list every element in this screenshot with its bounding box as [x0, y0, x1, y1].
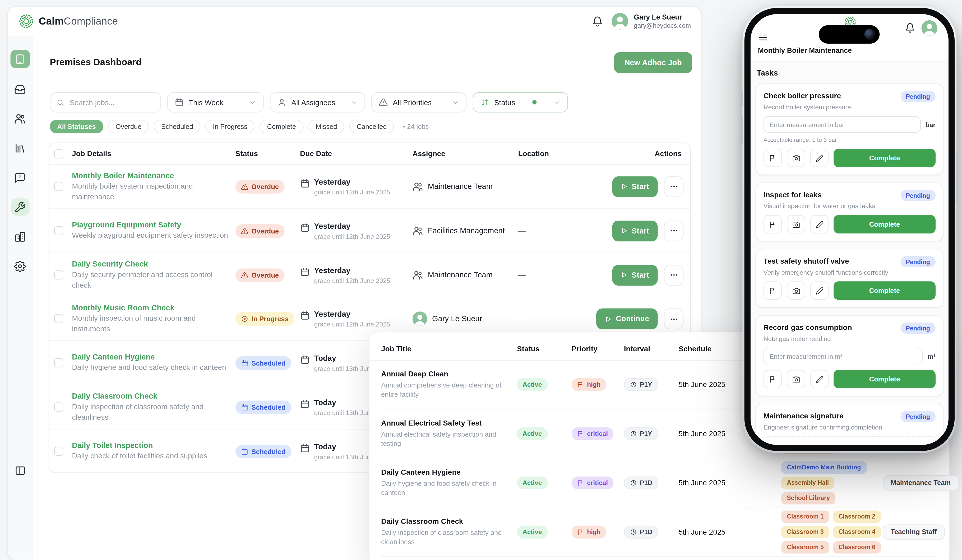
- location-tag[interactable]: Assembly Hall: [781, 476, 834, 489]
- status-tab-overdue[interactable]: Overdue: [108, 120, 149, 134]
- status-tab-scheduled[interactable]: Scheduled: [154, 120, 200, 134]
- job-title-link[interactable]: Daily Security Check: [72, 260, 231, 269]
- due-grace-note: grace until 12th June 2025: [314, 232, 391, 240]
- user-avatar[interactable]: [921, 20, 937, 36]
- job-title-link[interactable]: Daily Classroom Check: [72, 392, 231, 401]
- pencil-button[interactable]: [810, 149, 829, 167]
- row-checkbox[interactable]: [54, 314, 63, 323]
- flag-button[interactable]: [763, 215, 782, 233]
- measurement-input[interactable]: [763, 116, 921, 133]
- complete-task-button[interactable]: Complete: [834, 215, 936, 233]
- row-more-button[interactable]: [664, 264, 683, 285]
- job-description: Daily security perimeter and access cont…: [72, 269, 231, 290]
- user-menu[interactable]: Gary Le Sueur gary@heydocs.com: [612, 13, 691, 30]
- sidebar-item-organisation[interactable]: [11, 228, 29, 245]
- flag-button[interactable]: [763, 370, 782, 388]
- pencil-button[interactable]: [810, 370, 829, 388]
- camera-button[interactable]: [787, 281, 805, 300]
- active-badge: Active: [517, 476, 547, 489]
- pencil-button[interactable]: [810, 215, 829, 233]
- camera-button[interactable]: [787, 149, 805, 167]
- job-row: Playground Equipment SafetyWeekly playgr…: [49, 209, 690, 253]
- sidebar-item-issues[interactable]: [11, 169, 29, 186]
- flag-button[interactable]: [763, 149, 782, 167]
- panel-left-icon[interactable]: [15, 465, 26, 476]
- sidebar-item-library[interactable]: [11, 140, 29, 157]
- start-job-button[interactable]: Start: [612, 176, 657, 197]
- panel-job-title: Annual Electrical Safety Test: [381, 418, 510, 427]
- sidebar-item-jobs[interactable]: [11, 198, 29, 216]
- row-more-button[interactable]: [664, 176, 683, 197]
- calendar-icon: [241, 447, 249, 455]
- row-checkbox[interactable]: [54, 358, 63, 367]
- assignee-team-pill[interactable]: Maintenance Team: [883, 475, 959, 490]
- sidebar-item-people[interactable]: [11, 110, 29, 127]
- row-checkbox[interactable]: [54, 226, 63, 235]
- panel-locations-cell: Classroom 1Classroom 2Classroom 3Classro…: [781, 510, 891, 554]
- flag-icon: [769, 286, 777, 294]
- assignee-team-pill[interactable]: Teaching Staff: [883, 524, 945, 539]
- pencil-button[interactable]: [810, 281, 829, 300]
- panel-status-cell: Active: [517, 476, 547, 489]
- assignees-dropdown[interactable]: All Assignees: [270, 92, 365, 113]
- select-all-checkbox[interactable]: [54, 149, 63, 158]
- status-badge: Scheduled: [236, 444, 291, 458]
- location-tag[interactable]: Classroom 6: [833, 541, 881, 554]
- camera-button[interactable]: [787, 370, 805, 388]
- status-tab-complete[interactable]: Complete: [260, 120, 303, 134]
- job-title-link[interactable]: Daily Toilet Inspection: [72, 441, 231, 450]
- complete-task-button[interactable]: Complete: [834, 281, 936, 300]
- location-tag[interactable]: CalmDemo Main Building: [781, 461, 866, 474]
- sidebar-item-premises[interactable]: [10, 50, 30, 68]
- location-tag[interactable]: Classroom 2: [833, 510, 881, 523]
- panel-column-header-status: Status: [517, 339, 539, 360]
- job-title-link[interactable]: Playground Equipment Safety: [72, 220, 231, 229]
- due-date: Yesterday: [314, 310, 391, 319]
- sort-status-dropdown[interactable]: Status: [473, 92, 568, 113]
- status-tab-all-statuses[interactable]: All Statuses: [50, 120, 103, 134]
- row-checkbox[interactable]: [54, 182, 63, 191]
- panel-job-row: Daily Classroom CheckDaily inspection of…: [381, 507, 938, 557]
- notifications-bell-icon[interactable]: [905, 23, 915, 33]
- phone-action-button: [741, 91, 742, 107]
- location-tag[interactable]: Classroom 3: [781, 526, 829, 538]
- job-title-link[interactable]: Monthly Music Room Check: [72, 304, 231, 312]
- date-range-dropdown[interactable]: This Week: [167, 92, 264, 113]
- status-tab-missed[interactable]: Missed: [308, 120, 344, 134]
- sidebar-item-inbox[interactable]: [11, 80, 29, 98]
- search-input[interactable]: [68, 98, 154, 107]
- job-title-link[interactable]: Daily Canteen Hygiene: [72, 352, 231, 361]
- location-tag[interactable]: Classroom 4: [833, 526, 881, 538]
- phone-power-button: [956, 151, 958, 204]
- measurement-input[interactable]: [763, 348, 923, 364]
- start-job-button[interactable]: Start: [612, 220, 657, 241]
- camera-button[interactable]: [787, 215, 805, 233]
- row-more-button[interactable]: [664, 309, 683, 329]
- complete-task-button[interactable]: Complete: [834, 370, 936, 388]
- row-checkbox[interactable]: [54, 270, 63, 279]
- panel-priority-cell: high: [571, 525, 606, 538]
- priorities-dropdown[interactable]: All Priorities: [371, 92, 467, 113]
- status-tab-cancelled[interactable]: Cancelled: [349, 120, 394, 134]
- location-tag[interactable]: Classroom 1: [781, 510, 829, 523]
- row-checkbox[interactable]: [54, 402, 63, 411]
- new-adhoc-job-button[interactable]: New Adhoc Job: [614, 52, 692, 73]
- notifications-bell-icon[interactable]: [592, 16, 603, 27]
- complete-task-button[interactable]: Complete: [834, 149, 936, 167]
- sidebar-item-settings[interactable]: [11, 257, 29, 275]
- date-range-value: This Week: [189, 98, 223, 107]
- location-tag[interactable]: Classroom 5: [781, 541, 829, 554]
- signature-pad[interactable]: [763, 436, 936, 445]
- menu-icon[interactable]: [758, 32, 768, 42]
- status-tab-in-progress[interactable]: In Progress: [205, 120, 255, 134]
- flag-button[interactable]: [763, 281, 782, 300]
- job-title-link[interactable]: Monthly Boiler Maintenance: [72, 171, 231, 180]
- job-details-cell: Monthly Boiler MaintenanceMonthly boiler…: [72, 164, 231, 208]
- start-job-button[interactable]: Start: [612, 264, 657, 285]
- row-more-button[interactable]: [664, 220, 683, 241]
- continue-job-button[interactable]: Continue: [596, 309, 658, 329]
- row-checkbox[interactable]: [54, 446, 63, 455]
- alert-triangle-icon: [241, 271, 249, 279]
- interval-badge: P1Y: [624, 378, 659, 391]
- location-tag[interactable]: School Library: [781, 492, 835, 504]
